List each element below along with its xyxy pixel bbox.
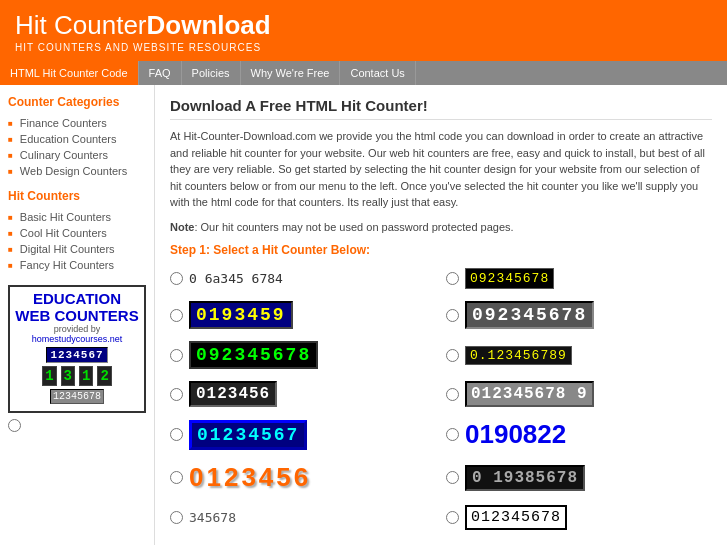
bullet-icon: ■ <box>8 213 13 222</box>
sidebar-item-fancy-hit-counters[interactable]: ■ Fancy Hit Counters <box>8 257 146 273</box>
counter-radio-5[interactable] <box>170 349 183 362</box>
counter-item-7: 0123456 <box>170 378 436 410</box>
sidebar-item-cool-hit-counters[interactable]: ■ Cool Hit Counters <box>8 225 146 241</box>
step1-instruction: Select a Hit Counter Below: <box>213 243 370 257</box>
counter-item-1: 0 6a345 6784 <box>170 265 436 292</box>
counter-display-1: 0 6a345 6784 <box>189 271 283 286</box>
main-nav: HTML Hit Counter Code FAQ Policies Why W… <box>0 61 727 85</box>
main-content: Download A Free HTML Hit Counter! At Hit… <box>155 85 727 545</box>
counter-item-10: 0190822 <box>446 416 712 453</box>
edu-promo-box: EDUCATIONWEB COUNTERS provided by homest… <box>8 285 146 413</box>
step1-label: Step 1: Select a Hit Counter Below: <box>170 243 712 257</box>
sidebar-item-label: Cool Hit Counters <box>20 227 107 239</box>
sidebar-item-label: Education Counters <box>20 133 117 145</box>
counter-item-14: 012345678 <box>446 502 712 533</box>
sidebar: Counter Categories ■ Finance Counters ■ … <box>0 85 155 545</box>
counter-display-12: 0 19385678 <box>465 465 585 491</box>
counter-radio-2[interactable] <box>446 272 459 285</box>
counter-radio-1[interactable] <box>170 272 183 285</box>
bullet-icon: ■ <box>8 167 13 176</box>
sidebar-item-label: Fancy Hit Counters <box>20 259 114 271</box>
page-heading: Download A Free HTML Hit Counter! <box>170 97 712 120</box>
title-bold: Download <box>147 10 271 40</box>
edu-counter-preview2: 1 3 1 2 <box>12 366 142 386</box>
note-label: Note <box>170 221 194 233</box>
counter-item-11: 0123456 <box>170 459 436 496</box>
counter-display-11: 0123456 <box>189 462 311 493</box>
counter-radio-14[interactable] <box>446 511 459 524</box>
sidebar-counters-title: Hit Counters <box>8 189 146 203</box>
counter-display-5: 092345678 <box>189 341 318 369</box>
counter-item-6: 0.123456789 <box>446 338 712 372</box>
edu-provided: provided by <box>12 324 142 334</box>
bullet-icon: ■ <box>8 261 13 270</box>
counter-radio-12[interactable] <box>446 471 459 484</box>
sidebar-item-culinary-counters[interactable]: ■ Culinary Counters <box>8 147 146 163</box>
nav-html-hit-counter-code[interactable]: HTML Hit Counter Code <box>0 61 139 85</box>
counter-display-8: 012345678 9 <box>465 381 594 407</box>
counter-display-10: 0190822 <box>465 419 566 450</box>
counter-item-12: 0 19385678 <box>446 459 712 496</box>
bullet-icon: ■ <box>8 151 13 160</box>
counter-display-3: 0193459 <box>189 301 293 329</box>
counter-item-3: 0193459 <box>170 298 436 332</box>
counter-radio-10[interactable] <box>446 428 459 441</box>
bullet-icon: ■ <box>8 245 13 254</box>
counter-radio-7[interactable] <box>170 388 183 401</box>
nav-faq[interactable]: FAQ <box>139 61 182 85</box>
counter-display-13: 345678 <box>189 510 236 525</box>
sidebar-item-webdesign-counters[interactable]: ■ Web Design Counters <box>8 163 146 179</box>
sidebar-item-label: Web Design Counters <box>20 165 127 177</box>
edu-title: EDUCATIONWEB COUNTERS <box>12 291 142 324</box>
edu-counter-preview1: 1234567 <box>12 347 142 363</box>
site-header: Hit CounterDownload Hit Counters and Web… <box>0 0 727 61</box>
sidebar-item-finance-counters[interactable]: ■ Finance Counters <box>8 115 146 131</box>
sidebar-item-digital-hit-counters[interactable]: ■ Digital Hit Counters <box>8 241 146 257</box>
counter-radio-13[interactable] <box>170 511 183 524</box>
counter-item-8: 012345678 9 <box>446 378 712 410</box>
sidebar-item-label: Digital Hit Counters <box>20 243 115 255</box>
sidebar-categories-title: Counter Categories <box>8 95 146 109</box>
title-plain: Hit Counter <box>15 10 147 40</box>
sidebar-item-label: Culinary Counters <box>20 149 108 161</box>
counter-display-2: 092345678 <box>465 268 554 289</box>
counter-radio-3[interactable] <box>170 309 183 322</box>
nav-policies[interactable]: Policies <box>182 61 241 85</box>
step1-prefix: Step 1: <box>170 243 213 257</box>
counter-item-13: 345678 <box>170 502 436 533</box>
note-paragraph: Note: Our hit counters may not be used o… <box>170 219 712 236</box>
nav-contact[interactable]: Contact Us <box>340 61 415 85</box>
counter-display-7: 0123456 <box>189 381 277 407</box>
sidebar-item-label: Basic Hit Counters <box>20 211 111 223</box>
site-title: Hit CounterDownload <box>15 10 712 41</box>
note-text: : Our hit counters may not be used on pa… <box>194 221 513 233</box>
counter-radio-6[interactable] <box>446 349 459 362</box>
sidebar-item-basic-hit-counters[interactable]: ■ Basic Hit Counters <box>8 209 146 225</box>
counter-item-2: 092345678 <box>446 265 712 292</box>
counter-item-4: 092345678 <box>446 298 712 332</box>
counter-radio-4[interactable] <box>446 309 459 322</box>
sidebar-item-label: Finance Counters <box>20 117 107 129</box>
edu-site: homestudycourses.net <box>12 334 142 344</box>
counter-radio-8[interactable] <box>446 388 459 401</box>
site-tagline: Hit Counters and Website Resources <box>15 42 712 53</box>
nav-why-free[interactable]: Why We're Free <box>241 61 341 85</box>
bullet-icon: ■ <box>8 135 13 144</box>
counter-radio-9[interactable] <box>170 428 183 441</box>
intro-paragraph: At Hit-Counter-Download.com we provide y… <box>170 128 712 211</box>
counter-display-4: 092345678 <box>465 301 594 329</box>
counter-item-5: 092345678 <box>170 338 436 372</box>
counter-display-14: 012345678 <box>465 505 567 530</box>
bullet-icon: ■ <box>8 229 13 238</box>
counter-grid: 0 6a345 6784 092345678 0193459 092345678… <box>170 265 712 533</box>
counter-item-9: 01234567 <box>170 416 436 453</box>
counter-radio-11[interactable] <box>170 471 183 484</box>
counter-display-9: 01234567 <box>189 420 307 450</box>
counter-display-6: 0.123456789 <box>465 346 572 365</box>
sidebar-item-education-counters[interactable]: ■ Education Counters <box>8 131 146 147</box>
edu-counter-preview3: 12345678 <box>12 389 142 404</box>
bullet-icon: ■ <box>8 119 13 128</box>
sidebar-counter-radio[interactable] <box>8 419 21 432</box>
